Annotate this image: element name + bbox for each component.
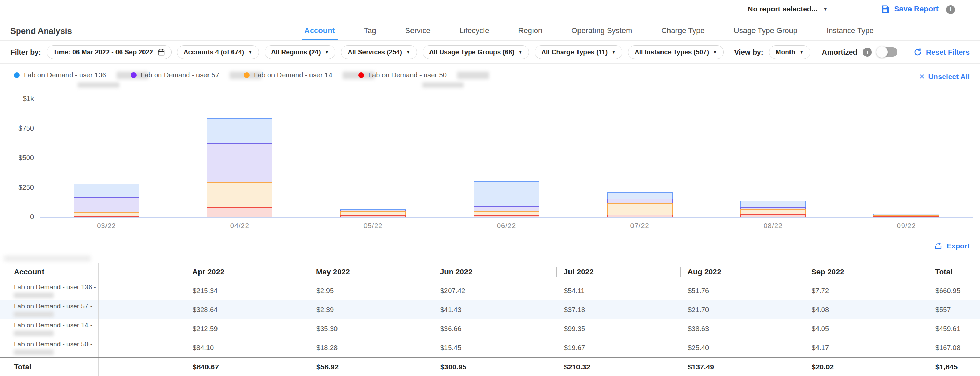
stacked-bar-05-22[interactable] <box>340 209 406 217</box>
column-header: Total <box>928 267 980 277</box>
stacked-bar-07-22[interactable] <box>607 192 673 217</box>
bar-segment[interactable] <box>340 215 406 217</box>
legend-item[interactable]: Lab on Demand - user 57 <box>131 71 261 79</box>
export-label: Export <box>947 242 970 250</box>
bar-segment[interactable] <box>607 203 673 214</box>
column-header: Jun 2022 <box>433 267 557 277</box>
bar-segment[interactable] <box>474 181 539 206</box>
bar-segment[interactable] <box>740 209 806 214</box>
column-header: Sep 2022 <box>804 267 928 277</box>
column-header: Aug 2022 <box>680 267 804 277</box>
tab-region[interactable]: Region <box>518 21 542 40</box>
stacked-bar-08-22[interactable] <box>740 201 806 217</box>
bar-segment[interactable] <box>873 216 939 217</box>
tab-charge-type[interactable]: Charge Type <box>661 21 705 40</box>
time-range-label: Time: 06 Mar 2022 - 06 Sep 2022 <box>53 48 153 56</box>
amortized-toggle[interactable] <box>877 48 897 57</box>
reset-filters-button[interactable]: Reset Filters <box>913 48 970 56</box>
bar-segment[interactable] <box>474 206 539 211</box>
stacked-bar-03-22[interactable] <box>74 184 139 217</box>
legend-color-dot <box>244 72 250 78</box>
bar-segment[interactable] <box>607 192 673 199</box>
chevron-down-icon: ▼ <box>248 50 253 55</box>
stacked-bar-06-22[interactable] <box>474 181 539 217</box>
filter-chip[interactable]: All Usage Type Groups (68) ▼ <box>423 45 530 59</box>
table-cell: $7.72 <box>804 287 928 295</box>
bar-segment[interactable] <box>207 118 272 143</box>
account-name: Lab on Demand - user 57 - <box>14 302 98 310</box>
view-by-dropdown[interactable]: Month ▼ <box>769 45 810 59</box>
bar-segment[interactable] <box>740 214 806 217</box>
tab-lifecycle[interactable]: Lifecycle <box>460 21 489 40</box>
redacted-text <box>14 293 54 298</box>
tab-account[interactable]: Account <box>304 21 335 40</box>
tab-operating-system[interactable]: Operating System <box>571 21 632 40</box>
bar-segment[interactable] <box>207 143 272 182</box>
bar-segment[interactable] <box>474 215 539 217</box>
amortized-info-icon[interactable]: i <box>863 48 872 57</box>
save-icon <box>880 4 890 14</box>
redacted-text <box>14 331 54 336</box>
bar-segment[interactable] <box>74 216 139 217</box>
table-cell: $38.63 <box>680 325 804 333</box>
table-cell: $21.70 <box>680 306 804 314</box>
table-cell: $840.67 <box>185 363 309 371</box>
view-by-value: Month <box>776 48 795 56</box>
time-range-chip[interactable]: Time: 06 Mar 2022 - 06 Sep 2022 <box>47 45 172 59</box>
gridline <box>40 129 973 129</box>
x-axis-tick: 06/22 <box>482 222 531 230</box>
filter-chip[interactable]: All Services (254) ▼ <box>341 45 417 59</box>
tab-usage-type-group[interactable]: Usage Type Group <box>734 21 797 40</box>
table-row: Lab on Demand - user 14 - $212.59$35.30$… <box>0 319 980 338</box>
amortized-label: Amortized <box>822 48 858 56</box>
save-report-info-icon[interactable]: i <box>946 5 955 14</box>
tab-instance-type[interactable]: Instance Type <box>826 21 874 40</box>
table-row: Lab on Demand - user 50 - $84.10$18.28$1… <box>0 338 980 357</box>
filter-chip[interactable]: All Regions (24) ▼ <box>264 45 336 59</box>
filter-chip[interactable]: All Charge Types (11) ▼ <box>535 45 622 59</box>
redacted-text <box>14 312 54 317</box>
bar-segment[interactable] <box>74 184 139 197</box>
table-cell: $15.45 <box>433 344 557 352</box>
bar-segment[interactable] <box>207 207 272 217</box>
table-cell: $660.95 <box>928 287 980 295</box>
stacked-bar-09-22[interactable] <box>873 214 939 217</box>
tab-service[interactable]: Service <box>405 21 430 40</box>
unselect-all-button[interactable]: ✕ Unselect All <box>919 73 970 81</box>
export-button[interactable]: Export <box>934 242 970 250</box>
total-row-label: Total <box>14 363 98 371</box>
table-cell: $19.67 <box>557 344 680 352</box>
x-axis-tick: 03/22 <box>82 222 131 230</box>
stacked-bar-04-22[interactable] <box>207 118 272 217</box>
table-cell: $210.32 <box>557 363 680 371</box>
filter-chip[interactable]: Accounts 4 (of 674) ▼ <box>177 45 259 59</box>
bar-segment[interactable] <box>607 214 673 217</box>
legend-item[interactable]: Lab on Demand - user 50 <box>358 71 489 79</box>
table-cell: $51.76 <box>680 287 804 295</box>
bar-segment[interactable] <box>740 207 806 209</box>
spend-table: Account Apr 2022May 2022Jun 2022Jul 2022… <box>0 263 980 376</box>
save-report-button[interactable]: Save Report <box>880 4 939 14</box>
tab-tag[interactable]: Tag <box>364 21 376 40</box>
redacted-text <box>422 82 464 88</box>
legend-item[interactable]: Lab on Demand - user 14 <box>244 71 374 79</box>
bar-segment[interactable] <box>340 211 406 215</box>
filter-by-label: Filter by: <box>10 48 41 56</box>
tabs: AccountTagServiceLifecycleRegionOperatin… <box>304 21 874 40</box>
table-cell: $328.64 <box>185 306 309 314</box>
close-icon: ✕ <box>919 73 925 81</box>
column-header: Apr 2022 <box>185 267 309 277</box>
bar-segment[interactable] <box>74 212 139 216</box>
report-selector-dropdown[interactable]: No report selected... ▼ <box>748 5 828 13</box>
bar-segment[interactable] <box>207 182 272 207</box>
legend-item[interactable]: Lab on Demand - user 136 <box>14 71 148 79</box>
bar-segment[interactable] <box>74 197 139 212</box>
table-cell: $2.39 <box>309 306 433 314</box>
redacted-text <box>4 256 91 261</box>
bar-segment[interactable] <box>607 199 673 203</box>
bar-segment[interactable] <box>474 211 539 215</box>
table-cell: $41.43 <box>433 306 557 314</box>
bar-segment[interactable] <box>740 201 806 207</box>
chevron-down-icon: ▼ <box>612 50 616 55</box>
filter-chip[interactable]: All Instance Types (507) ▼ <box>628 45 724 59</box>
